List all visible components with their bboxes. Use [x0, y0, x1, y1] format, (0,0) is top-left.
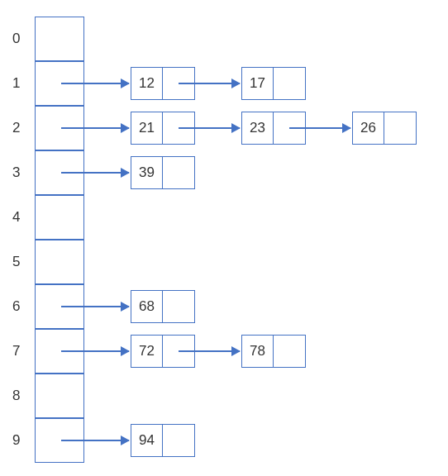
list-node: 26	[352, 112, 417, 145]
node-value: 26	[353, 112, 384, 144]
bucket-slot	[35, 240, 84, 284]
bucket-index-label: 3	[12, 164, 29, 181]
pointer-arrow	[289, 127, 350, 129]
pointer-arrow	[61, 350, 129, 352]
pointer-arrow	[179, 127, 240, 129]
pointer-arrow	[61, 127, 129, 129]
pointer-arrow	[61, 440, 129, 441]
node-value: 72	[131, 336, 163, 367]
pointer-arrow	[61, 306, 129, 307]
node-value: 21	[131, 112, 163, 144]
bucket-index-label: 1	[12, 75, 29, 92]
list-node: 94	[131, 424, 195, 457]
bucket-slot	[35, 17, 84, 61]
bucket-index-label: 2	[12, 120, 29, 136]
bucket-index-label: 9	[12, 432, 29, 449]
pointer-arrow	[61, 83, 129, 84]
node-value: 78	[242, 336, 274, 367]
list-node: 68	[131, 290, 195, 323]
pointer-arrow	[179, 350, 240, 352]
bucket-index-label: 4	[12, 209, 29, 226]
node-value: 94	[131, 425, 163, 456]
node-value: 12	[131, 68, 163, 99]
node-value: 68	[131, 291, 163, 322]
bucket-index-label: 6	[12, 298, 29, 315]
list-node: 39	[131, 156, 195, 189]
node-value: 23	[242, 112, 274, 144]
bucket-slot	[35, 374, 84, 418]
list-node: 17	[241, 67, 306, 100]
pointer-arrow	[179, 83, 240, 84]
bucket-index-label: 8	[12, 388, 29, 404]
bucket-index-label: 7	[12, 343, 29, 359]
bucket-index-label: 0	[12, 31, 29, 47]
node-value: 39	[131, 157, 163, 188]
bucket-slot	[35, 195, 84, 240]
list-node: 78	[241, 335, 306, 368]
node-value: 17	[242, 68, 274, 99]
bucket-index-label: 5	[12, 254, 29, 270]
hash-table-diagram: 011217221232633945668772788994	[0, 0, 448, 476]
pointer-arrow	[61, 172, 129, 174]
